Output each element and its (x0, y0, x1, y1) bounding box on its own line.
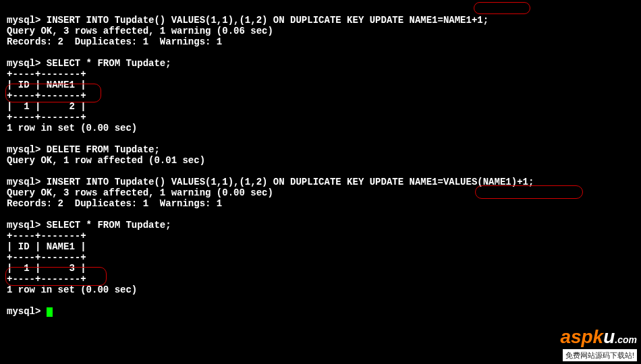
line-17: Records: 2 Duplicates: 1 Warnings: 1 (7, 198, 222, 209)
line-5: mysql> SELECT * FROM Tupdate; (7, 58, 171, 69)
table1-sep-bot: +----+-------+ (7, 112, 86, 123)
line-16: Query OK, 3 rows affected, 1 warning (0.… (7, 187, 273, 198)
table1-header: | ID | NAME1 | (7, 80, 86, 90)
line-19: mysql> SELECT * FROM Tupdate; (7, 220, 171, 231)
mysql-prompt: mysql> (7, 177, 47, 187)
line-26[interactable]: mysql> (7, 306, 53, 317)
line-10: 1 row in set (0.00 sec) (7, 123, 137, 133)
line-15: mysql> INSERT INTO Tupdate() VALUES(1,1)… (7, 177, 534, 187)
table2-sep-top: +----+-------+ (7, 231, 86, 241)
mysql-prompt: mysql> (7, 58, 47, 69)
brand-part-orange: aspk (560, 326, 603, 347)
mysql-prompt: mysql> (7, 15, 47, 26)
watermark-brand: aspku.com (560, 328, 637, 349)
line-1: mysql> INSERT INTO Tupdate() VALUES(1,1)… (7, 15, 489, 26)
terminal-output: mysql> INSERT INTO Tupdate() VALUES(1,1)… (0, 0, 641, 321)
sql-select-1: SELECT * FROM Tupdate; (47, 58, 171, 69)
table2-sep-bot: +----+-------+ (7, 274, 86, 284)
watermark-tagline: 免费网站源码下载站! (563, 349, 637, 361)
sql-delete: DELETE FROM Tupdate; (47, 144, 160, 155)
cursor-icon (47, 307, 53, 317)
table1-sep-top: +----+-------+ (7, 69, 86, 80)
table2-sep-mid: +----+-------+ (7, 252, 86, 263)
table2-header: | ID | NAME1 | (7, 241, 86, 252)
mysql-prompt: mysql> (7, 144, 47, 155)
table1-sep-mid: +----+-------+ (7, 90, 86, 101)
line-24: 1 row in set (0.00 sec) (7, 284, 137, 295)
sql-select-2: SELECT * FROM Tupdate; (47, 220, 171, 231)
sql-insert-1: INSERT INTO Tupdate() VALUES(1,1),(1,2) … (47, 15, 489, 26)
sql-insert-2: INSERT INTO Tupdate() VALUES(1,1),(1,2) … (47, 177, 534, 187)
watermark: aspku.com 免费网站源码下载站! (560, 328, 637, 361)
brand-domain: .com (615, 334, 637, 345)
table2-row: | 1 | 3 | (7, 263, 86, 274)
line-2: Query OK, 3 rows affected, 1 warning (0.… (7, 26, 273, 36)
table1-row: | 1 | 2 | (7, 101, 86, 112)
line-12: mysql> DELETE FROM Tupdate; (7, 144, 160, 155)
mysql-prompt: mysql> (7, 306, 47, 317)
line-13: Query OK, 1 row affected (0.01 sec) (7, 155, 205, 166)
mysql-prompt: mysql> (7, 220, 47, 231)
line-3: Records: 2 Duplicates: 1 Warnings: 1 (7, 36, 222, 47)
brand-part-white: u (603, 326, 615, 347)
